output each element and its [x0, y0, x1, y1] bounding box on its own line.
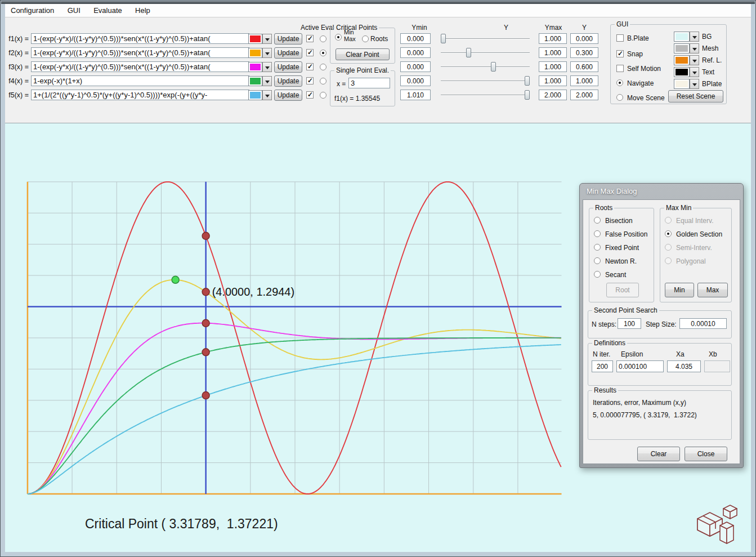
chevron-down-icon[interactable] [690, 32, 699, 42]
dialog-titlebar[interactable]: Min Max Dialog [587, 187, 637, 195]
menu-help[interactable]: Help [129, 4, 156, 17]
bplate-checkbox[interactable] [616, 34, 624, 42]
menu-configuration[interactable]: Configuration [5, 4, 60, 17]
self-motion-checkbox[interactable] [616, 65, 624, 72]
slider-handle[interactable] [491, 62, 496, 72]
n-iter-input[interactable] [592, 360, 613, 372]
f3-y-input[interactable] [570, 61, 598, 72]
f5-active-checkbox[interactable] [306, 91, 314, 99]
curve-f5 [28, 345, 561, 494]
eval-point-f1[interactable] [202, 232, 209, 239]
f2-y-input[interactable] [570, 47, 598, 58]
f1-color-select[interactable] [248, 34, 272, 44]
option-label: Polygonal [676, 257, 706, 265]
f5-y-slider[interactable] [441, 90, 530, 101]
chevron-down-icon[interactable] [262, 34, 272, 44]
f1-formula-input[interactable] [31, 33, 249, 44]
f2-y-slider[interactable] [441, 47, 530, 59]
navigate-radio[interactable] [616, 79, 623, 86]
chevron-down-icon[interactable] [690, 67, 699, 77]
max-point-marker[interactable] [172, 276, 179, 283]
f3-ymax-input[interactable] [539, 61, 567, 72]
results-line-1: Iterations, error, Maximum (x,y) [593, 399, 686, 407]
move-scene-radio[interactable] [616, 94, 623, 101]
f5-update-button[interactable]: Update [274, 90, 302, 101]
f2-ymin-input[interactable] [400, 47, 431, 58]
f4-active-checkbox[interactable] [306, 77, 314, 84]
chevron-down-icon[interactable] [262, 76, 272, 86]
f5-ymax-input[interactable] [539, 90, 567, 100]
f1-ymax-input[interactable] [539, 33, 567, 44]
epsilon-input[interactable] [616, 360, 664, 372]
step-size-input[interactable] [679, 318, 727, 329]
f1-update-button[interactable]: Update [274, 33, 302, 44]
f2-formula-input[interactable] [31, 47, 249, 58]
f4-y-slider[interactable] [441, 75, 530, 87]
f5-ymin-input[interactable] [400, 90, 431, 100]
chevron-down-icon[interactable] [690, 43, 699, 54]
clear-point-button[interactable]: Clear Point [335, 48, 390, 60]
f5-formula-input[interactable] [31, 90, 249, 100]
f1-active-checkbox[interactable] [306, 35, 314, 42]
f4-eval-radio[interactable] [320, 78, 326, 84]
chevron-down-icon[interactable] [262, 62, 272, 72]
eval-point-f2[interactable] [202, 288, 209, 296]
f3-active-checkbox[interactable] [306, 63, 314, 70]
eval-point-f4[interactable] [202, 349, 209, 356]
slider-handle[interactable] [525, 76, 530, 86]
min-button[interactable]: Min [665, 283, 694, 297]
f3-formula-input[interactable] [31, 61, 249, 72]
f2-color-select[interactable] [248, 48, 272, 58]
menu-evaluate[interactable]: Evaluate [88, 4, 128, 17]
reset-scene-button[interactable]: Reset Scene [668, 90, 723, 103]
snap-checkbox[interactable] [616, 50, 624, 57]
roots-radio[interactable] [362, 35, 369, 42]
mesh-color-select[interactable] [674, 43, 699, 54]
max-button[interactable]: Max [697, 283, 728, 297]
slider-handle[interactable] [466, 48, 471, 57]
f2-eval-radio[interactable] [320, 50, 326, 56]
bplate-color-select[interactable] [674, 79, 699, 89]
f3-y-slider[interactable] [441, 61, 530, 73]
f1-y-slider[interactable] [441, 33, 530, 44]
x-value-input[interactable] [348, 78, 390, 88]
minmax-radio[interactable] [335, 34, 342, 41]
eval-point-f5[interactable] [202, 392, 209, 399]
f5-eval-radio[interactable] [320, 92, 326, 99]
f4-update-button[interactable]: Update [274, 75, 302, 87]
eval-point-f3[interactable] [202, 319, 209, 327]
f3-color-select[interactable] [248, 62, 272, 72]
f5-y-input[interactable] [570, 90, 598, 100]
f3-update-button[interactable]: Update [274, 61, 302, 73]
f4-ymin-input[interactable] [400, 75, 431, 86]
mesh-color-label: Mesh [702, 44, 718, 52]
slider-handle[interactable] [441, 34, 446, 43]
f5-color-select[interactable] [248, 90, 272, 100]
f4-formula-input[interactable] [31, 75, 249, 86]
chevron-down-icon[interactable] [262, 90, 272, 100]
f1-ymin-input[interactable] [400, 33, 431, 44]
slider-handle[interactable] [525, 90, 530, 100]
f2-ymax-input[interactable] [539, 47, 567, 58]
dialog-close-button[interactable]: Close [685, 447, 727, 461]
f4-y-input[interactable] [570, 75, 598, 86]
chevron-down-icon[interactable] [690, 79, 699, 89]
dialog-clear-button[interactable]: Clear [637, 447, 680, 461]
f4-ymax-input[interactable] [539, 75, 567, 86]
f3-eval-radio[interactable] [320, 64, 326, 70]
option-label: Semi-Interv. [676, 244, 712, 252]
f2-update-button[interactable]: Update [274, 47, 302, 59]
n-steps-input[interactable] [618, 318, 641, 329]
f1-eval-radio[interactable] [320, 35, 326, 42]
f3-ymin-input[interactable] [400, 61, 431, 72]
chevron-down-icon[interactable] [690, 55, 699, 65]
chevron-down-icon[interactable] [262, 48, 272, 58]
xa-input[interactable] [667, 360, 701, 372]
f2-active-checkbox[interactable] [306, 49, 314, 56]
text-color-select[interactable] [674, 67, 699, 77]
bg-color-select[interactable] [674, 32, 699, 42]
f4-color-select[interactable] [248, 76, 272, 86]
ref-line-color-select[interactable] [674, 55, 699, 65]
f1-y-input[interactable] [570, 33, 598, 44]
menu-gui[interactable]: GUI [62, 4, 86, 17]
